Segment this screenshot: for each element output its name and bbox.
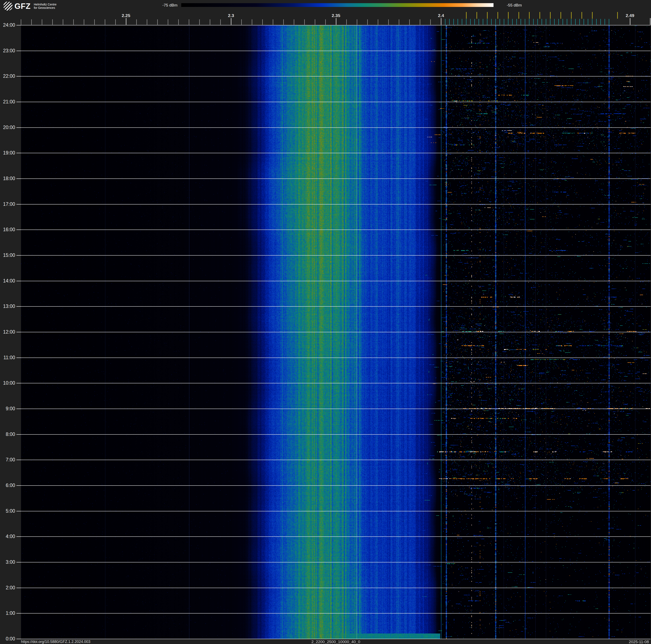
ble-channel-tick [487, 19, 488, 25]
time-tick [17, 255, 21, 256]
ble-channel-tick [596, 19, 597, 25]
time-tick-label: 10:00 [0, 381, 15, 385]
logo-subtitle-line1: Helmholtz Centre [34, 3, 57, 6]
frequency-tick-label: 2.3 [228, 13, 234, 18]
ble-channel-tick [558, 19, 559, 25]
spectrogram-page: GFZ Helmholtz Centre for Geosciences -75… [0, 0, 651, 644]
freq-minor-tick [420, 19, 420, 25]
freq-minor-tick [94, 19, 95, 25]
freq-minor-tick [115, 19, 116, 25]
freq-minor-tick [304, 19, 305, 25]
ble-channel-tick [508, 19, 508, 25]
gfz-logo: GFZ Helmholtz Centre for Geosciences [3, 1, 57, 11]
time-tick [17, 383, 21, 383]
ble-channel-tick [541, 19, 542, 25]
freq-minor-tick [168, 19, 168, 25]
footer-date: 2025-11-08 [567, 640, 649, 644]
freq-minor-tick [31, 19, 32, 25]
time-tick-label: 16:00 [0, 227, 15, 232]
freq-edge-tick [650, 18, 651, 25]
freq-minor-tick [105, 19, 105, 25]
frequency-tick-label: 2.4 [438, 13, 444, 18]
time-tick [17, 357, 21, 358]
logo-subtitle: Helmholtz Centre for Geosciences [34, 3, 57, 9]
freq-minor-tick [63, 19, 63, 25]
wifi-channel-tick [571, 12, 571, 19]
wifi-channel-tick [466, 12, 467, 19]
time-tick [17, 639, 21, 639]
freq-minor-tick [378, 19, 378, 25]
ble-channel-tick [600, 19, 601, 25]
freq-minor-tick [42, 19, 42, 25]
freq-minor-tick [388, 19, 389, 25]
freq-minor-tick [52, 19, 53, 25]
time-tick-label: 13:00 [0, 304, 15, 309]
ble-channel-tick [584, 19, 584, 25]
time-tick [17, 51, 21, 51]
freq-minor-tick [273, 19, 273, 25]
freq-minor-tick [346, 19, 347, 25]
time-tick [17, 511, 21, 511]
gfz-logo-icon [3, 1, 12, 11]
time-tick-label: 15:00 [0, 253, 15, 258]
time-tick [17, 562, 21, 562]
time-tick [17, 25, 21, 25]
time-tick-label: 20:00 [0, 125, 15, 130]
ble-channel-tick [609, 19, 609, 25]
freq-minor-tick [147, 19, 147, 25]
ble-channel-tick [592, 19, 592, 25]
ble-channel-tick [575, 19, 576, 25]
freq-minor-tick [325, 19, 326, 25]
freq-major-tick [441, 18, 441, 25]
freq-minor-tick [357, 19, 357, 25]
freq-minor-tick [178, 19, 179, 25]
time-tick-label: 2:00 [0, 585, 15, 590]
freq-major-tick [630, 18, 630, 25]
time-tick-label: 23:00 [0, 48, 15, 53]
freq-major-tick [231, 18, 231, 25]
logo-subtitle-line2: for Geosciences [34, 6, 57, 9]
time-tick-label: 17:00 [0, 202, 15, 207]
colorbar-gradient [181, 3, 494, 7]
logo-acronym: GFZ [14, 2, 31, 10]
wifi-channel-tick [519, 12, 519, 19]
ble-channel-tick [563, 19, 563, 25]
footer-filename: 2_2200_2500_10000_40_0 [21, 640, 651, 644]
freq-major-tick [126, 18, 126, 25]
colorbar-min-label: -75 dBm [145, 3, 178, 7]
wifi-channel-tick [550, 12, 551, 19]
time-tick-label: 12:00 [0, 329, 15, 334]
ble-channel-tick [474, 19, 475, 25]
time-tick [17, 613, 21, 614]
time-tick-label: 6:00 [0, 483, 15, 488]
time-tick-label: 3:00 [0, 560, 15, 564]
ble-channel-tick [579, 19, 580, 25]
time-tick-label: 4:00 [0, 534, 15, 539]
colorbar-max-label: -55 dBm [507, 3, 549, 7]
time-tick [17, 588, 21, 588]
time-tick-label: 1:00 [0, 611, 15, 616]
ble-channel-tick [495, 19, 496, 25]
wifi-channel-tick [617, 12, 618, 19]
frequency-tick-label: 2.35 [332, 13, 340, 18]
freq-minor-tick [294, 19, 294, 25]
time-tick [17, 281, 21, 281]
time-tick [17, 102, 21, 102]
ble-channel-tick [491, 19, 492, 25]
ble-channel-tick [500, 19, 500, 25]
ble-channel-tick [478, 19, 479, 25]
freq-minor-tick [84, 19, 84, 25]
spectrogram-canvas [21, 25, 651, 639]
time-tick-label: 14:00 [0, 279, 15, 283]
wifi-channel-tick [508, 12, 508, 19]
ble-channel-tick [483, 19, 483, 25]
time-tick-label: 7:00 [0, 457, 15, 462]
freq-minor-tick [399, 19, 399, 25]
ble-channel-tick [525, 19, 525, 25]
ble-channel-tick [554, 19, 555, 25]
time-tick-label: 19:00 [0, 150, 15, 155]
freq-minor-tick [73, 19, 74, 25]
freq-minor-tick [210, 19, 210, 25]
time-tick [17, 204, 21, 205]
time-tick [17, 485, 21, 486]
